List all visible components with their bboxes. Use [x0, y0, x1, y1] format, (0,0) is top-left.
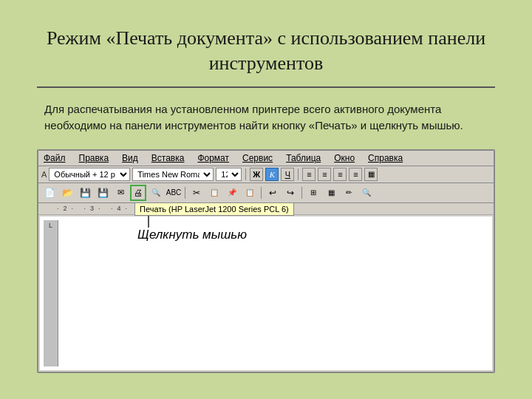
menu-insert[interactable]: Вставка	[149, 152, 187, 164]
cut-button[interactable]: ✂	[188, 185, 205, 201]
paste-button[interactable]: 📌	[224, 185, 240, 201]
align-left-button[interactable]: ≡	[302, 168, 316, 181]
columns-button[interactable]: ▦	[323, 185, 339, 201]
toolbar-separator-1	[245, 168, 246, 180]
table-button[interactable]: ⊞	[305, 185, 321, 201]
indent-button[interactable]: ▦	[364, 168, 378, 181]
toolbar-separator-2	[298, 168, 299, 180]
icon-separator-2	[261, 187, 262, 199]
word-window: Файл Правка Вид Вставка Формат Сервис Та…	[37, 149, 495, 373]
new-button[interactable]: 📄	[41, 185, 58, 201]
tooltip-box: Печать (HP LaserJet 1200 Series PCL 6)	[134, 202, 294, 216]
zoom-button[interactable]: 🔍	[358, 185, 375, 201]
divider	[37, 86, 495, 88]
menu-edit[interactable]: Правка	[77, 152, 112, 164]
icon-separator-1	[185, 187, 185, 199]
copy-button[interactable]: 📋	[206, 185, 222, 201]
style-dropdown[interactable]: Обычный + 12 р	[49, 168, 130, 181]
preview-button[interactable]: 🔍	[148, 185, 164, 201]
size-dropdown[interactable]: 12	[216, 168, 242, 181]
font-dropdown[interactable]: Times New Roman	[132, 168, 214, 181]
menu-service[interactable]: Сервис	[240, 152, 275, 164]
left-margin: L	[44, 220, 58, 366]
icon-toolbar: 📄 📂 💾 💾 ✉ 🖨 🔍 ABC ✂ 📋 📌 📋 ↩ ↪ ⊞ ▦ ✏ 🔍	[38, 183, 494, 203]
italic-button[interactable]: К	[265, 168, 279, 181]
redo-button[interactable]: ↪	[282, 185, 299, 201]
menu-bar: Файл Правка Вид Вставка Формат Сервис Та…	[38, 151, 494, 166]
icon-separator-3	[301, 187, 302, 199]
save-button[interactable]: 💾	[77, 185, 93, 201]
menu-view[interactable]: Вид	[120, 152, 140, 164]
tooltip-container: Печать (HP LaserJet 1200 Series PCL 6) Щ…	[134, 202, 294, 242]
slide: Режим «Печать документа» с использование…	[15, 11, 517, 388]
menu-file[interactable]: Файл	[41, 152, 68, 164]
align-center-button[interactable]: ≡	[318, 168, 331, 181]
save2-button[interactable]: 💾	[95, 185, 111, 201]
underline-button[interactable]: Ч	[281, 168, 294, 181]
menu-help[interactable]: Справка	[366, 152, 405, 164]
menu-format[interactable]: Формат	[195, 152, 231, 164]
open-button[interactable]: 📂	[59, 185, 75, 201]
align-justify-button[interactable]: ≡	[349, 168, 362, 181]
menu-table[interactable]: Таблица	[284, 152, 323, 164]
undo-button[interactable]: ↩	[265, 185, 281, 201]
slide-title: Режим «Печать документа» с использование…	[37, 26, 495, 76]
style-icon: A	[41, 170, 47, 179]
menu-window[interactable]: Окно	[332, 152, 357, 164]
print-button[interactable]: 🖨	[130, 185, 146, 201]
formatting-toolbar: A Обычный + 12 р Times New Roman 12 Ж К …	[38, 166, 494, 183]
tooltip-line	[148, 216, 149, 228]
email-button[interactable]: ✉	[112, 185, 129, 201]
spell-button[interactable]: ABC	[166, 185, 182, 201]
slide-description: Для распечатывания на установленном прин…	[37, 101, 495, 134]
drawing-button[interactable]: ✏	[341, 185, 357, 201]
margin-marker: L	[49, 222, 52, 229]
tooltip-label: Щелкнуть мышью	[137, 228, 247, 242]
paste2-button[interactable]: 📋	[242, 185, 258, 201]
bold-button[interactable]: Ж	[250, 168, 263, 181]
align-right-button[interactable]: ≡	[333, 168, 347, 181]
